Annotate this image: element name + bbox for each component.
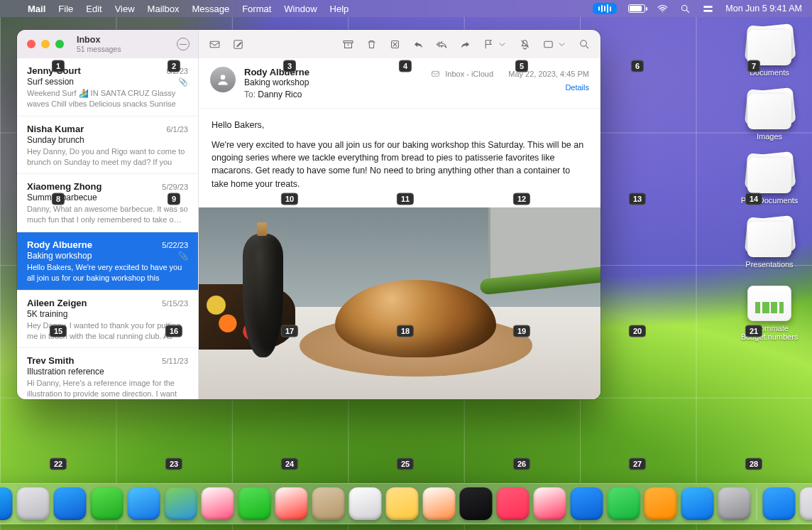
dock-keynote[interactable] [571,487,603,520]
mute-icon[interactable] [519,38,531,50]
dock-reminders[interactable] [349,487,382,520]
get-mail-icon[interactable] [209,38,221,50]
svg-rect-10 [544,41,552,48]
archive-icon[interactable] [342,38,354,50]
message-row[interactable]: Jenny Court6/2/23 Surf session📎 Weekend … [17,58,198,117]
dock-safari[interactable] [54,487,87,520]
search-icon[interactable] [578,38,591,50]
desktop-item[interactable]: Roommate Budget.numbers [734,286,805,341]
stack-icon [747,158,791,193]
menu-window[interactable]: Window [278,4,323,14]
desktop-item[interactable]: Documents [734,30,805,77]
dock-calendar[interactable] [275,487,308,520]
svg-rect-5 [210,41,219,48]
wifi-icon[interactable] [651,3,674,15]
zoom-button[interactable] [55,40,64,48]
dock-pages[interactable] [644,487,677,520]
svg-point-4 [709,9,711,11]
attachment-icon: 📎 [178,77,188,87]
attachment-icon: 📎 [178,252,188,261]
message-from: Jenny Court [27,65,81,76]
numbers-file-icon [747,286,791,321]
dock-messages[interactable] [91,487,124,520]
flag-icon[interactable] [483,38,508,50]
desktop-item[interactable]: Images [734,94,805,141]
message-from: Nisha Kumar [27,124,84,134]
menubar: MailFileEditViewMailboxMessageFormatWind… [0,0,812,17]
message-list[interactable]: Jenny Court6/2/23 Surf session📎 Weekend … [17,58,199,399]
reply-all-icon[interactable] [436,38,448,50]
mailbox-title: Inbox [77,35,171,45]
message-from: Rody Albuerne [27,239,92,250]
desktop-item[interactable]: PDF Documents [734,158,805,205]
filter-icon[interactable] [177,38,190,50]
dock-contacts[interactable] [312,487,345,520]
move-icon[interactable] [542,38,567,50]
svg-rect-8 [345,43,352,48]
dock-mail[interactable] [128,487,160,520]
dock-notes[interactable] [386,487,419,520]
dock-music[interactable] [497,487,530,520]
reading-from: Rody Albuerne [244,67,422,77]
dock-photos[interactable] [202,487,234,520]
message-row[interactable]: Nisha Kumar6/1/23 Sunday brunch Hey Dann… [17,117,198,175]
spotlight-icon[interactable] [674,4,696,14]
menu-help[interactable]: Help [324,4,356,14]
dock-launchpad[interactable] [17,487,50,520]
menubar-app-name[interactable]: Mail [21,4,52,14]
message-row[interactable]: Aileen Zeigen5/15/23 5K training Hey Dan… [17,291,198,349]
minimize-button[interactable] [41,40,50,48]
desktop-item-label: Images [757,132,782,141]
control-center-icon[interactable] [696,3,720,15]
message-subject: Sunday brunch [27,135,84,145]
message-row[interactable]: Rody Albuerne5/22/23 Baking workshop📎 He… [17,232,198,291]
dock-freeform[interactable] [423,487,456,520]
dock-settings[interactable] [718,487,751,520]
desktop-item-label: Roommate Budget.numbers [734,324,805,341]
dock-numbers[interactable] [608,487,640,520]
message-from: Aileen Zeigen [27,298,87,308]
reading-mailbox-location: Inbox - iCloud [445,70,493,78]
menu-format[interactable]: Format [236,4,278,14]
reading-to-name: Danny Rico [258,90,302,99]
dock-downloads[interactable] [763,487,796,520]
mail-titlebar[interactable]: Inbox 51 messages [17,30,600,58]
menu-edit[interactable]: Edit [79,4,108,14]
details-link[interactable]: Details [430,83,589,92]
menu-view[interactable]: View [109,4,141,14]
desktop-item-label: Presentations [745,260,793,269]
message-subject: Surf session [27,77,74,87]
message-preview: Hi Danny, Here's a reference image for t… [27,378,188,399]
dock-finder[interactable] [0,487,13,520]
message-row[interactable]: Xiaomeng Zhong5/29/23 Summer barbecue Da… [17,174,198,232]
dock-divider [757,489,757,520]
menu-file[interactable]: File [52,4,79,14]
compose-icon[interactable] [232,38,244,50]
message-date: 6/2/23 [166,67,188,75]
forward-icon[interactable] [459,38,471,50]
battery-status[interactable] [622,4,651,13]
dock-news[interactable] [534,487,566,520]
junk-icon[interactable] [389,38,401,50]
message-date: 6/1/23 [166,125,188,134]
trash-icon[interactable] [366,38,378,50]
message-subject: Baking workshop [27,251,92,261]
close-button[interactable] [27,40,35,48]
desktop-item[interactable]: Presentations [734,222,805,269]
voice-control-indicator[interactable] [587,3,622,14]
svg-rect-13 [432,71,439,76]
menubar-clock[interactable]: Mon Jun 5 9:41 AM [720,4,812,13]
message-row[interactable]: Trev Smith5/11/23 Illustration reference… [17,348,198,399]
window-controls[interactable] [27,40,64,48]
dock-facetime[interactable] [238,487,271,520]
desktop-items: Documents Images PDF Documents Presentat… [734,30,805,341]
dock-trash[interactable] [800,487,813,520]
dock-appstore[interactable] [681,487,714,520]
dock-maps[interactable] [165,487,197,520]
menu-mailbox[interactable]: Mailbox [141,4,186,14]
dock [0,483,812,524]
dock-tv[interactable] [460,487,493,520]
menu-message[interactable]: Message [185,4,236,14]
reply-icon[interactable] [412,38,424,50]
svg-point-12 [221,75,226,80]
